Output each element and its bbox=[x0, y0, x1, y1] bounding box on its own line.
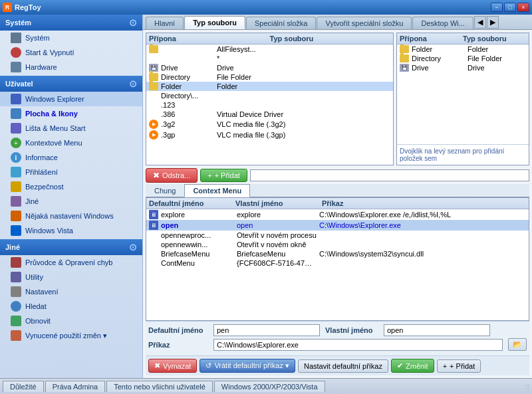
tab-specialni-slozka[interactable]: Speciální složka bbox=[246, 17, 317, 29]
add-button[interactable]: + + Přidat bbox=[200, 169, 247, 182]
table-row[interactable]: 🖥 open open C:\Windows\Explorer.exe bbox=[146, 220, 529, 231]
context-pane: Defaultní jméno Vlastní jméno Příkaz 🖥 e… bbox=[146, 197, 529, 321]
table-row[interactable]: opennewproc... Otevřít v novém procesu bbox=[146, 231, 529, 240]
file-list-body[interactable]: AllFilesyst... * 💾 Drive Drive bbox=[146, 45, 393, 165]
tab-nav-right[interactable]: ▶ bbox=[487, 16, 499, 29]
list-item[interactable]: AllFilesyst... bbox=[146, 45, 393, 54]
security-icon bbox=[11, 181, 21, 192]
list-item[interactable]: * bbox=[146, 54, 393, 63]
status-tab-dulezite[interactable]: Důležité bbox=[3, 381, 44, 392]
sidebar-section-other: Jiné ⊙ Průvodce & Opravení chyb Utility … bbox=[0, 239, 142, 343]
sidebar-item-utility[interactable]: Utility bbox=[0, 270, 142, 284]
login-icon bbox=[11, 167, 21, 177]
sidebar-item-search[interactable]: Hledat bbox=[0, 299, 142, 314]
restore-icon: ↺ bbox=[205, 361, 211, 370]
table-row[interactable]: BriefcaseMenu BriefcaseMenu C:\Windows\s… bbox=[146, 249, 529, 258]
info-icon: i bbox=[11, 152, 21, 163]
app-icon: R bbox=[3, 3, 12, 12]
header-type-right: Typ souboru bbox=[463, 35, 526, 43]
sidebar-item-vista[interactable]: Windows Vista bbox=[0, 223, 142, 238]
list-item[interactable]: ▶ .3g2 VLC media file (.3g2) bbox=[146, 119, 393, 130]
sidebar: Systém ⊙ Systém Start & Vypnutí Hardware… bbox=[0, 15, 143, 378]
sidebar-item-info[interactable]: i Informace bbox=[0, 150, 142, 165]
close-button[interactable]: × bbox=[517, 3, 529, 12]
sidebar-item-windows-explorer[interactable]: Windows Explorer bbox=[0, 92, 142, 106]
context-table-body[interactable]: 🖥 explore explore C:\Windows\Explorer.ex… bbox=[146, 209, 529, 320]
settings-icon bbox=[11, 286, 21, 297]
remove-icon: ✖ bbox=[153, 171, 160, 180]
tab-desktop[interactable]: Desktop Wi... bbox=[412, 17, 473, 29]
status-tab-prava[interactable]: Práva Admina bbox=[45, 381, 105, 392]
table-row[interactable]: ContMenu {FCF608CF-5716-47C3-A1... bbox=[146, 258, 529, 268]
power-icon bbox=[11, 47, 21, 58]
file-list-header: Přípona Typ souboru bbox=[146, 33, 393, 45]
sidebar-item-force[interactable]: Vynucené použití změn ▾ bbox=[0, 328, 142, 343]
list-item[interactable]: .123 bbox=[146, 100, 393, 110]
sidebar-item-context[interactable]: + Kontextové Menu bbox=[0, 136, 142, 150]
minimize-button[interactable]: − bbox=[491, 3, 503, 12]
hardware-icon bbox=[11, 62, 21, 72]
tab-hlavni[interactable]: Hlavní bbox=[146, 17, 184, 29]
change-button[interactable]: ✔ Změnit bbox=[391, 359, 434, 373]
list-item[interactable]: ▶ .3gp VLC media file (.3gp) bbox=[146, 130, 393, 140]
browse-button[interactable]: 📂 bbox=[508, 338, 527, 351]
sub-tab-context[interactable]: Context Menu bbox=[184, 184, 250, 197]
taskbar-icon bbox=[11, 123, 21, 134]
list-item[interactable]: Directory File Folder bbox=[146, 72, 393, 82]
explorer-icon: 🖥 bbox=[149, 210, 158, 219]
title-buttons: − □ × bbox=[491, 3, 529, 12]
sidebar-item-startup[interactable]: Start & Vypnutí bbox=[0, 45, 142, 60]
sidebar-header-system[interactable]: Systém ⊙ bbox=[0, 15, 142, 31]
add-new-button[interactable]: + + Přidat bbox=[437, 359, 481, 373]
list-item[interactable]: Directory File Folder bbox=[397, 54, 529, 63]
action-row: ✖ Vymazat ↺ Vrátit defaultní příkaz ▾ Na… bbox=[146, 355, 529, 375]
vlc-icon: ▶ bbox=[149, 130, 158, 140]
sidebar-item-winset[interactable]: Nějaká nastavení Windows bbox=[0, 209, 142, 223]
file-list-panel: Přípona Typ souboru AllFilesyst... * bbox=[146, 33, 394, 165]
restore-default-button[interactable]: ↺ Vrátit defaultní příkaz ▾ bbox=[200, 359, 295, 373]
sidebar-item-login[interactable]: Přihlášení bbox=[0, 165, 142, 179]
form-row-name: Defaultní jméno Vlastní jméno bbox=[148, 324, 527, 336]
sidebar-item-hardware[interactable]: Hardware bbox=[0, 60, 142, 74]
sidebar-item-desktop[interactable]: Plocha & Ikony bbox=[0, 106, 142, 121]
sidebar-header-other[interactable]: Jiné ⊙ bbox=[0, 239, 142, 255]
sub-tab-chung[interactable]: Chung bbox=[146, 184, 184, 197]
tab-nav-left[interactable]: ◀ bbox=[474, 16, 486, 29]
delete-button[interactable]: ✖ Vymazat bbox=[148, 359, 197, 373]
sidebar-header-user[interactable]: Uživatel ⊙ bbox=[0, 76, 142, 92]
list-item[interactable]: Folder Folder bbox=[146, 82, 393, 91]
table-row[interactable]: 🖥 explore explore C:\Windows\Explorer.ex… bbox=[146, 209, 529, 220]
default-name-input[interactable] bbox=[213, 324, 320, 336]
set-default-button[interactable]: Nastavit defaultní příkaz bbox=[298, 359, 388, 373]
sidebar-item-system[interactable]: Systém bbox=[0, 31, 142, 45]
tab-vytvorit[interactable]: Vytvořit speciální složku bbox=[317, 17, 412, 29]
remove-button[interactable]: ✖ Odstra... bbox=[146, 168, 198, 183]
sub-tab-bar: Chung Context Menu bbox=[146, 184, 529, 197]
sidebar-item-repair[interactable]: Průvodce & Opravení chyb bbox=[0, 255, 142, 270]
list-item[interactable]: Directory\... bbox=[146, 91, 393, 100]
cmd-input[interactable] bbox=[213, 339, 503, 351]
list-item[interactable]: .386 Virtual Device Driver bbox=[146, 110, 393, 119]
list-item[interactable]: Folder Folder bbox=[397, 45, 529, 54]
sidebar-item-taskbar[interactable]: Lišta & Menu Start bbox=[0, 121, 142, 136]
sidebar-item-other[interactable]: Jiné bbox=[0, 194, 142, 209]
maximize-button[interactable]: □ bbox=[504, 3, 516, 12]
sidebar-section-user: Uživatel ⊙ Windows Explorer Plocha & Iko… bbox=[0, 76, 142, 238]
sidebar-item-restore[interactable]: Obnovit bbox=[0, 314, 142, 328]
list-item[interactable]: 💾 Drive Drive bbox=[397, 63, 529, 72]
app-title: RegToy bbox=[15, 3, 41, 11]
filter-input[interactable] bbox=[250, 169, 529, 181]
custom-name-input[interactable] bbox=[384, 324, 490, 336]
list-item[interactable]: 💾 Drive Drive bbox=[146, 63, 393, 72]
table-row[interactable]: opennewwin... Otevřít v novém okně bbox=[146, 240, 529, 249]
tab-typ-souboru[interactable]: Typ souboru bbox=[184, 16, 245, 29]
drive-icon: 💾 bbox=[400, 64, 409, 72]
status-tab-windows[interactable]: Windows 2000/XP/2003/Vista bbox=[214, 381, 325, 392]
status-tab-tento[interactable]: Tento nebo všichni uživatelé bbox=[106, 381, 213, 392]
btn-row: ✖ Odstra... + + Přidat bbox=[146, 165, 529, 184]
sidebar-item-settings[interactable]: Nastavení bbox=[0, 284, 142, 299]
sidebar-item-security[interactable]: Bezpečnost bbox=[0, 179, 142, 194]
right-file-list-body[interactable]: Folder Folder Directory File Folder 💾 Dr… bbox=[397, 45, 529, 144]
sidebar-section-system: Systém ⊙ Systém Start & Vypnutí Hardware bbox=[0, 15, 142, 74]
tab-bar: Hlavní Typ souboru Speciální složka Vytv… bbox=[143, 15, 532, 30]
